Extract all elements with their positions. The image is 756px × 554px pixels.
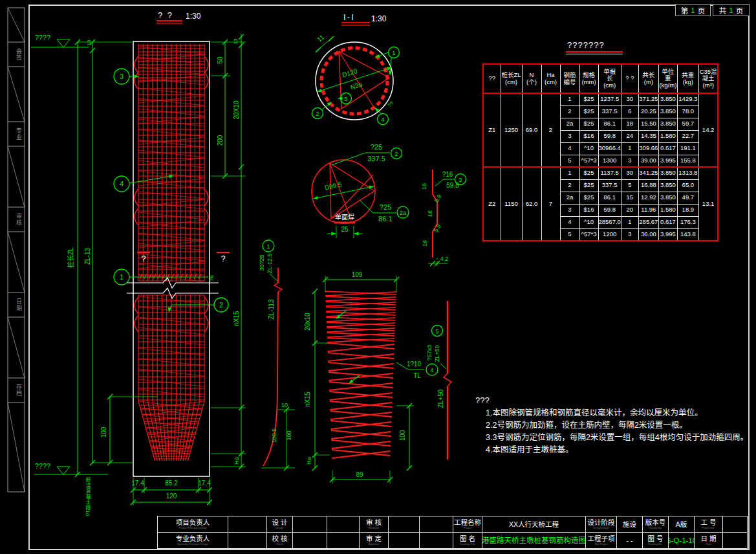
- titleblock-sublabel: Examine: [369, 526, 379, 529]
- dim-ha: Ha: [233, 457, 240, 465]
- titleblock-sublabel: Drawing Title: [460, 542, 475, 546]
- bar3-spec: ?16: [442, 171, 453, 178]
- dim-pile-length: 桩长ZL: [67, 247, 74, 268]
- table-cell: 36.00: [638, 228, 658, 241]
- lap-callout-2a-num: 2a: [400, 209, 407, 216]
- titleblock-empty-cell: [327, 516, 360, 533]
- pile-mesh-d: [148, 427, 197, 435]
- titleblock-empty-cell: [388, 532, 420, 549]
- section-rebar-ring: [321, 48, 387, 114]
- table-cell: $16: [579, 204, 598, 216]
- titleblock-sublabel: Project Principal Charge: [178, 526, 207, 529]
- bar1-zl113: ZL-113: [268, 299, 275, 319]
- titleblock-label: A版: [676, 521, 687, 528]
- table-cell: 28567.0: [598, 216, 621, 228]
- table-cell: 3.995: [658, 228, 677, 241]
- page-total-prefix: 共: [719, 5, 727, 16]
- binding-strip-cell: 日期: [9, 294, 23, 316]
- pile-mesh-d: [147, 434, 193, 441]
- table-cell: 2a: [560, 118, 579, 130]
- titleblock-label: 施设: [623, 521, 636, 528]
- notes-title: ???: [475, 395, 753, 405]
- table-cell: 24: [621, 130, 638, 142]
- table-header-cell: Ha (cm): [541, 64, 560, 93]
- table-cell: 341.25: [638, 167, 658, 179]
- table-cell: 4: [560, 216, 579, 228]
- dim-85-2: 85.2: [165, 480, 178, 487]
- bar3-dim3: 16: [427, 210, 433, 217]
- callout-3-num: 3: [120, 72, 124, 80]
- titleblock-cell: S-Q-1-10: [668, 532, 695, 549]
- table-cell: 1200: [598, 228, 621, 241]
- titleblock-label: XX人行天桥工程: [509, 521, 559, 528]
- titleblock-label: - -: [627, 537, 633, 544]
- page-current-box[interactable]: 第1页: [675, 4, 711, 16]
- spiral-dim-ha: Ha: [306, 457, 312, 465]
- table-group-cell: 1150: [501, 167, 522, 241]
- spiral-dim-89: 89: [356, 471, 363, 478]
- table-cell: 155.8: [677, 155, 698, 167]
- titleblock-cell: 日 期Date: [694, 532, 723, 549]
- table-cell: 3.850: [658, 105, 677, 118]
- table-cell: 4: [560, 142, 579, 155]
- arrowhead: [313, 196, 318, 199]
- table-cell: 3: [560, 130, 579, 142]
- quantity-table-wrap: ??桩长ZL (cm)N (个)Ha (cm)钢筋 编号规格 (mm)单根 长 …: [482, 63, 718, 241]
- table-group-cell: Z2: [483, 167, 501, 241]
- pile-mesh-d: [153, 447, 191, 454]
- table-cell: 59.8: [598, 130, 621, 142]
- splice-bulge: [135, 56, 138, 73]
- sect-callout-4-num: 4: [381, 116, 384, 123]
- titleblock-cell: 审 核Examine: [359, 516, 389, 533]
- dim-13-right: 13: [233, 38, 239, 44]
- table-header-cell: 共重 (kg): [677, 64, 698, 93]
- table-cell: 0.617: [658, 216, 677, 228]
- table-cell: 176.3: [677, 216, 698, 228]
- pile-mesh-d: [144, 421, 197, 428]
- splice-bulge: [204, 297, 208, 314]
- sect-callout-1-num: 1: [392, 49, 395, 56]
- titleblock-empty-cell: [292, 516, 327, 533]
- callout-1-num: 1: [120, 273, 124, 281]
- titleblock-cell: 图 名Drawing Title: [453, 532, 482, 549]
- table-cell: 3.850: [658, 179, 677, 192]
- ground-label-top: ????: [35, 34, 50, 41]
- sect-callout-2-num: 2: [316, 110, 319, 117]
- n2a-label: N2a: [350, 81, 363, 91]
- pile-mesh-d: [142, 414, 199, 422]
- table-cell: 1.580: [658, 130, 677, 142]
- bar1-end-tick: [144, 274, 147, 279]
- page-total-box[interactable]: 共1页: [713, 4, 750, 16]
- dim-120: 120: [166, 493, 177, 500]
- bar3-offset: 4.2: [440, 256, 449, 262]
- titleblock-cell: XX人行天桥工程: [482, 516, 586, 533]
- titleblock-cell: 港盛路天桥主墩桩基钢筋构造图: [482, 532, 586, 549]
- title-block: 项目负责人Project Principal Charge设 计Design审 …: [157, 516, 748, 549]
- table-cell: 59.8: [598, 204, 621, 216]
- section-title-underline: [341, 22, 370, 23]
- splice-bulge: [135, 297, 138, 314]
- table-cell: 309.66: [638, 142, 658, 155]
- strip-diagonal: [8, 403, 25, 492]
- pile-mesh-d: [150, 434, 195, 441]
- dim-200: 200: [217, 135, 224, 146]
- spiral-dim-109: 109: [352, 271, 363, 278]
- titleblock-label: 校 核: [272, 535, 288, 542]
- titleblock-label: 设 计: [272, 519, 288, 526]
- table-cell: 39.00: [638, 155, 658, 167]
- titleblock-empty-cell: [722, 516, 748, 533]
- strip-diagonal: [8, 146, 25, 207]
- titleblock-label: 工程子项: [588, 535, 615, 542]
- bar1-end-tick: [162, 274, 165, 279]
- weld-label: 单面焊: [335, 214, 354, 221]
- table-title: ???????: [567, 40, 605, 50]
- spiral-dim-nx15: nX15: [304, 392, 311, 407]
- table-cell: 3.850: [658, 167, 677, 179]
- bar1-dim100-5: 100.5: [271, 428, 277, 443]
- splice-bulge: [135, 315, 138, 332]
- titleblock-label: 审 定: [366, 535, 382, 542]
- arrowhead: [354, 232, 359, 235]
- arrowhead: [389, 71, 392, 76]
- pile-mesh-v: [174, 295, 177, 461]
- titleblock-cell: 图 号Drawing No.: [642, 532, 669, 549]
